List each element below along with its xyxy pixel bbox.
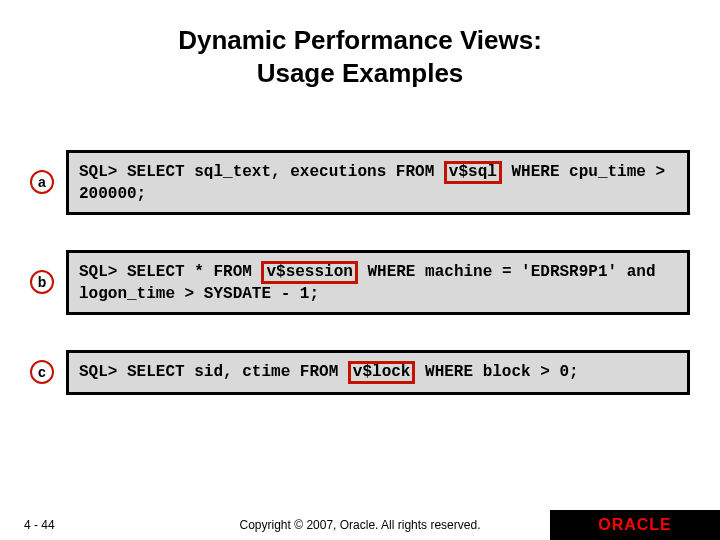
code-c-highlight: v$lock [348, 361, 416, 384]
code-b-pre: SQL> SELECT * FROM [79, 263, 261, 281]
marker-c: c [30, 360, 54, 384]
marker-b: b [30, 270, 54, 294]
brand-badge: ORACLE [550, 510, 720, 540]
code-a-pre: SQL> SELECT sql_text, executions FROM [79, 163, 444, 181]
title-line-1: Dynamic Performance Views: [178, 25, 542, 55]
code-a-highlight: v$sql [444, 161, 502, 184]
code-b-highlight: v$session [261, 261, 357, 284]
example-row-c: c SQL> SELECT sid, ctime FROM v$lock WHE… [30, 350, 690, 395]
marker-a: a [30, 170, 54, 194]
example-row-a: a SQL> SELECT sql_text, executions FROM … [30, 150, 690, 215]
example-row-b: b SQL> SELECT * FROM v$session WHERE mac… [30, 250, 690, 315]
codebox-c: SQL> SELECT sid, ctime FROM v$lock WHERE… [66, 350, 690, 395]
slide-title: Dynamic Performance Views: Usage Example… [0, 24, 720, 89]
brand-text: ORACLE [598, 516, 672, 534]
code-c-pre: SQL> SELECT sid, ctime FROM [79, 363, 348, 381]
codebox-a: SQL> SELECT sql_text, executions FROM v$… [66, 150, 690, 215]
codebox-b: SQL> SELECT * FROM v$session WHERE machi… [66, 250, 690, 315]
title-line-2: Usage Examples [257, 58, 464, 88]
code-c-post: WHERE block > 0; [415, 363, 578, 381]
slide: Dynamic Performance Views: Usage Example… [0, 0, 720, 540]
footer: 4 - 44 Copyright © 2007, Oracle. All rig… [0, 510, 720, 540]
